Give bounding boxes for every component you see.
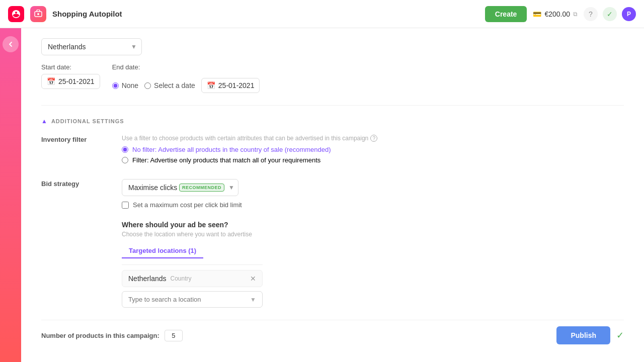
app-title: Shopping Autopilot	[52, 10, 122, 18]
location-search-input[interactable]	[128, 296, 246, 303]
bid-strategy-content: Maximise clicks RECOMMENDED ▼ Set a maxi…	[122, 179, 624, 209]
date-row: Start date: 📅 25-01-2021 End date: None …	[41, 63, 624, 93]
start-date-group: Start date: 📅 25-01-2021	[41, 63, 100, 89]
max-cost-input[interactable]	[122, 202, 129, 209]
where-content: Where should your ad be seen? Choose the…	[122, 221, 624, 308]
help-icon[interactable]: ?	[584, 7, 598, 21]
end-date-value: 25-01-2021	[218, 81, 255, 89]
nav-icons: ? ✓ P	[584, 7, 636, 21]
publish-button[interactable]: Publish	[556, 326, 610, 344]
where-subtitle: Choose the location where you want to ad…	[122, 231, 624, 238]
divider-1	[41, 105, 624, 106]
products-label: Number of products in this campaign:	[41, 332, 159, 339]
bid-select-wrapper: Maximise clicks RECOMMENDED ▼	[122, 179, 238, 196]
chevron-up-icon: ▲	[41, 118, 47, 125]
additional-settings-label: ADDITIONAL SETTINGS	[51, 118, 124, 124]
where-empty-label	[41, 221, 122, 308]
location-name: Netherlands	[128, 275, 167, 283]
location-search-wrapper: ▼	[122, 291, 263, 308]
bid-strategy-label: Bid strategy	[41, 179, 122, 209]
check-status-icon[interactable]: ✓	[603, 7, 617, 21]
where-title: Where should your ad be seen?	[122, 221, 624, 229]
start-date-label: Start date:	[41, 63, 100, 71]
start-date-input[interactable]: 📅 25-01-2021	[41, 74, 100, 89]
bid-strategy-select[interactable]: Maximise clicks	[122, 179, 238, 196]
inventory-option-1[interactable]: No filter: Advertise all products in the…	[122, 146, 624, 153]
end-date-group: End date: None Select a date 📅 25-01-202…	[112, 63, 260, 93]
balance-display: 💳 €200.00 ⧉	[533, 10, 578, 18]
publish-check-icon: ✓	[616, 330, 624, 341]
inventory-filter-content: Use a filter to choose products with cer…	[122, 135, 624, 167]
wallet-icon: 💳	[533, 10, 541, 18]
country-select[interactable]: Netherlands	[41, 38, 142, 55]
max-cost-checkbox[interactable]: Set a maximum cost per click bid limit	[122, 201, 624, 209]
inventory-filter-label: Inventory filter	[41, 135, 122, 167]
inventory-filter-help: Use a filter to choose products with cer…	[122, 135, 624, 142]
end-calendar-icon: 📅	[207, 81, 215, 89]
location-tag: Netherlands Country ✕	[122, 270, 263, 287]
inventory-filter-section: Inventory filter Use a filter to choose …	[41, 135, 624, 167]
bid-strategy-section: Bid strategy Maximise clicks RECOMMENDED…	[41, 179, 624, 209]
user-avatar[interactable]: P	[622, 7, 636, 21]
where-section: Where should your ad be seen? Choose the…	[41, 221, 624, 308]
left-sidebar	[0, 0, 21, 362]
location-search-chevron-icon: ▼	[250, 296, 256, 303]
shopping-autopilot-icon	[30, 6, 46, 22]
end-date-label: End date:	[112, 63, 260, 71]
back-button[interactable]	[3, 36, 19, 52]
end-date-input[interactable]: 📅 25-01-2021	[201, 78, 260, 93]
products-count: 5	[165, 330, 183, 341]
copy-icon: ⧉	[573, 11, 578, 18]
end-date-select-option[interactable]: Select a date	[144, 81, 195, 89]
location-remove-button[interactable]: ✕	[250, 275, 256, 283]
end-date-none-option[interactable]: None	[112, 81, 138, 89]
start-calendar-icon: 📅	[47, 77, 55, 85]
end-date-options: None Select a date 📅 25-01-2021	[112, 78, 260, 93]
country-select-wrapper: Netherlands ▼	[41, 38, 142, 55]
svg-point-1	[37, 13, 39, 15]
help-circle-icon[interactable]: ?	[370, 135, 377, 142]
inventory-option-2[interactable]: Filter: Advertise only products that mat…	[122, 156, 624, 164]
bottom-bar: Number of products in this campaign: 5 P…	[41, 320, 624, 350]
start-date-value: 25-01-2021	[58, 77, 95, 85]
targeted-locations-tab[interactable]: Targeted locations (1)	[122, 244, 203, 258]
additional-settings-toggle[interactable]: ▲ ADDITIONAL SETTINGS	[41, 118, 624, 125]
top-navigation: Shopping Autopilot Create 💳 €200.00 ⧉ ? …	[0, 0, 644, 28]
location-type: Country	[171, 275, 192, 282]
app-logo-icon	[8, 6, 24, 22]
max-cost-label: Set a maximum cost per click bid limit	[133, 201, 242, 209]
create-button[interactable]: Create	[485, 6, 527, 22]
main-content: Netherlands ▼ Start date: 📅 25-01-2021 E…	[21, 28, 644, 362]
